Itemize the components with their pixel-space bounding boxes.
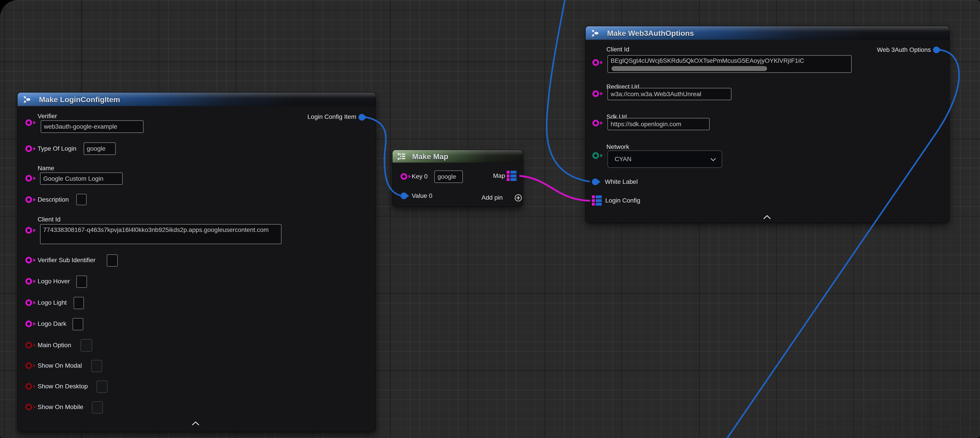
pin-label-client-id: Client Id	[606, 46, 629, 53]
node-title: Make Map	[412, 152, 449, 161]
pin-show-on-mobile[interactable]	[25, 404, 32, 410]
pin-label-show-on-mobile: Show On Mobile	[38, 403, 83, 411]
network-selected-value: CYAN	[615, 156, 711, 163]
client-id-value: 774338308167-q463s7kpvja16l4l0kko3nb925i…	[43, 226, 269, 233]
make-struct-icon	[22, 95, 31, 105]
blueprint-editor: Make LoginConfigItem Login Config Item V…	[0, 0, 980, 438]
client-id-scrollbar[interactable]	[611, 66, 767, 71]
pin-label-key-0: Key 0	[412, 173, 428, 180]
name-input[interactable]: Google Custom Login	[40, 172, 123, 185]
node-title: Make LoginConfigItem	[39, 95, 120, 104]
pin-logo-hover[interactable]	[25, 278, 32, 285]
pin-label-network: Network	[606, 143, 629, 151]
key-0-value: google	[438, 173, 456, 180]
verifier-sub-identifier-input[interactable]	[107, 254, 118, 267]
output-pin-label: Login Config Item	[307, 113, 356, 121]
output-pin-login-config-item[interactable]	[358, 114, 365, 121]
pin-show-on-modal[interactable]	[25, 362, 32, 369]
node-header[interactable]: Make Map	[393, 150, 523, 163]
pin-network[interactable]	[592, 152, 599, 159]
pin-label-login-config: Login Config	[605, 197, 640, 204]
description-input[interactable]	[76, 194, 87, 205]
pin-client-id[interactable]	[592, 59, 599, 66]
verifier-value: web3auth-google-example	[44, 123, 117, 130]
pin-label-type-of-login: Type Of Login	[38, 145, 76, 153]
pin-type-of-login[interactable]	[25, 145, 32, 152]
pin-value-0[interactable]	[401, 193, 407, 199]
pin-label-name: Name	[38, 164, 54, 172]
pin-logo-dark[interactable]	[25, 320, 32, 327]
pin-verifier-sub-identifier[interactable]	[25, 257, 32, 263]
collapse-chevron-icon[interactable]	[192, 421, 199, 426]
pin-label-show-on-desktop: Show On Desktop	[38, 382, 88, 390]
pin-label-logo-dark: Logo Dark	[38, 320, 66, 328]
name-value: Google Custom Login	[43, 175, 103, 182]
pin-show-on-desktop[interactable]	[25, 383, 32, 390]
sdk-url-value: https://sdk.openlogin.com	[611, 121, 681, 128]
pin-label-client-id: Client Id	[38, 216, 60, 223]
node-make-login-config-item: Make LoginConfigItem Login Config Item V…	[18, 92, 375, 432]
pin-label-verifier: Verifier	[38, 112, 57, 120]
node-title: Make Web3AuthOptions	[607, 29, 694, 38]
node-make-web3auth-options: Make Web3AuthOptions Web 3Auth Options C…	[586, 26, 949, 223]
pin-verifier[interactable]	[25, 119, 32, 126]
redirect-url-input[interactable]: w3a://com.w3a.Web3AuthUnreal	[608, 88, 732, 100]
redirect-url-value: w3a://com.w3a.Web3AuthUnreal	[611, 91, 701, 98]
node-header[interactable]: Make LoginConfigItem	[18, 92, 375, 107]
add-pin-button[interactable]	[514, 194, 522, 203]
pin-sdk-url[interactable]	[592, 120, 599, 126]
pin-label-white-label: White Label	[605, 178, 638, 186]
logo-dark-input[interactable]	[73, 318, 83, 330]
pin-label-logo-light: Logo Light	[38, 299, 67, 306]
pin-name[interactable]	[25, 175, 32, 182]
show-on-modal-checkbox[interactable]	[91, 360, 102, 372]
client-id-value: BEglQSgt4cUWcj6SKRdu5QkOXTsePmMcusG5EAoy…	[611, 56, 804, 66]
make-struct-icon	[590, 29, 600, 38]
output-pin-label: Web 3Auth Options	[877, 46, 931, 54]
pin-label-description: Description	[38, 196, 69, 204]
output-pin-web3auth-options[interactable]	[933, 46, 940, 53]
pin-main-option[interactable]	[25, 342, 32, 349]
type-of-login-value: google	[87, 145, 105, 152]
verifier-input[interactable]: web3auth-google-example	[41, 120, 143, 133]
pin-label-show-on-modal: Show On Modal	[38, 362, 82, 370]
pin-logo-light[interactable]	[25, 299, 32, 306]
main-option-checkbox[interactable]	[81, 339, 92, 352]
show-on-desktop-checkbox[interactable]	[97, 381, 108, 393]
client-id-input[interactable]: 774338308167-q463s7kpvja16l4l0kko3nb925i…	[40, 224, 282, 244]
logo-hover-input[interactable]	[76, 276, 87, 288]
pin-label-verifier-sub-identifier: Verifier Sub Identifier	[38, 256, 95, 264]
pin-description[interactable]	[25, 196, 32, 203]
network-dropdown[interactable]: CYAN	[608, 150, 722, 168]
type-of-login-input[interactable]: google	[84, 142, 116, 155]
key-0-input[interactable]: google	[434, 170, 463, 183]
make-map-icon	[396, 152, 406, 162]
add-pin-label: Add pin	[482, 194, 503, 201]
output-pin-label-map: Map	[493, 172, 505, 180]
pin-label-value-0: Value 0	[412, 192, 433, 200]
node-make-map: Make Map Key 0 google Map Value 0 Add pi…	[393, 150, 523, 207]
pin-login-config[interactable]	[592, 196, 602, 205]
pin-redirect-url[interactable]	[592, 90, 599, 97]
chevron-down-icon	[711, 156, 716, 163]
pin-key-0[interactable]	[401, 173, 407, 180]
sdk-url-input[interactable]: https://sdk.openlogin.com	[608, 118, 710, 130]
pin-white-label[interactable]	[592, 178, 598, 185]
logo-light-input[interactable]	[74, 297, 84, 309]
output-pin-map[interactable]	[507, 171, 517, 181]
pin-label-main-option: Main Option	[38, 341, 71, 349]
pin-client-id[interactable]	[25, 227, 32, 234]
node-header[interactable]: Make Web3AuthOptions	[586, 26, 949, 40]
client-id-input[interactable]: BEglQSgt4cUWcj6SKRdu5QkOXTsePmMcusG5EAoy…	[608, 55, 851, 73]
collapse-chevron-icon[interactable]	[763, 215, 771, 220]
show-on-mobile-checkbox[interactable]	[92, 401, 103, 414]
pin-label-logo-hover: Logo Hover	[38, 277, 70, 285]
